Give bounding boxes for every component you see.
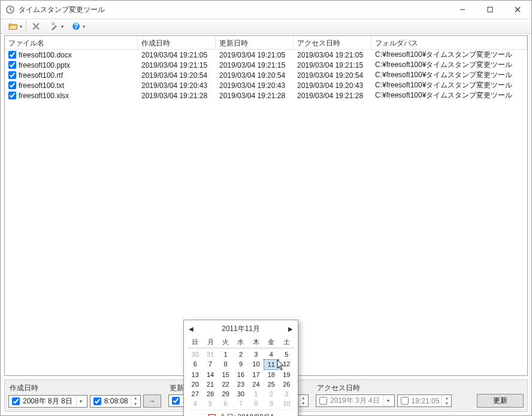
table-row[interactable]: freesoft100.docx2019/03/04 19:21:052019/…: [5, 50, 527, 60]
cell-modified: 2019/03/04 19:21:28: [216, 92, 294, 100]
col-accessed[interactable]: アクセス日時: [294, 36, 371, 49]
cal-day[interactable]: 30: [233, 389, 248, 399]
row-check[interactable]: [8, 71, 16, 79]
cal-day[interactable]: 15: [218, 370, 233, 379]
cal-day[interactable]: 9: [264, 399, 279, 408]
cal-day[interactable]: 23: [233, 379, 248, 389]
cell-accessed: 2019/03/04 19:21:05: [294, 51, 371, 59]
cal-day[interactable]: 18: [264, 370, 279, 379]
created-date-check[interactable]: [12, 397, 20, 405]
cal-day[interactable]: 10: [279, 399, 294, 408]
cal-day[interactable]: 10: [249, 359, 264, 370]
cell-modified: 2019/03/04 19:21:15: [216, 61, 294, 69]
help-button[interactable]: ?: [66, 20, 86, 33]
accessed-date-dropdown[interactable]: ▾: [383, 395, 393, 406]
cal-day[interactable]: 3: [279, 389, 294, 399]
list-header: ファイル名 作成日時 更新日時 アクセス日時 フォルダパス: [5, 36, 527, 50]
created-time-picker[interactable]: 8:08:08 ▲▼: [90, 395, 141, 408]
cal-day[interactable]: 25: [264, 379, 279, 389]
cal-next-month[interactable]: ▶: [288, 326, 293, 332]
cal-day[interactable]: 28: [202, 389, 217, 399]
cal-day[interactable]: 27: [188, 389, 202, 399]
cell-modified: 2019/03/04 19:21:05: [216, 51, 294, 59]
cal-prev-month[interactable]: ◀: [189, 326, 194, 332]
close-button[interactable]: [504, 1, 531, 19]
update-button[interactable]: 更新: [477, 394, 524, 408]
accessed-date-picker[interactable]: 2019年 3月 4日 ▾: [316, 394, 395, 407]
created-time-spinner[interactable]: ▲▼: [131, 396, 140, 407]
cal-day[interactable]: 2: [233, 350, 248, 359]
cell-modified: 2019/03/04 19:20:54: [216, 71, 294, 80]
cal-month-label[interactable]: 2011年11月: [222, 324, 260, 334]
col-folder[interactable]: フォルダパス: [371, 36, 527, 49]
cell-folder: C:¥freesoft100¥タイムスタンプ変更ツール: [371, 90, 527, 101]
created-time-check[interactable]: [93, 397, 101, 405]
cal-day[interactable]: 14: [202, 370, 217, 379]
cal-day[interactable]: 17: [249, 370, 264, 379]
cal-day[interactable]: 2: [264, 389, 279, 399]
settings-button[interactable]: [44, 20, 65, 33]
copy-right-button[interactable]: →: [143, 394, 161, 408]
cal-day[interactable]: 3: [249, 350, 264, 359]
cell-created: 2019/03/04 19:21:05: [138, 51, 216, 59]
cal-day[interactable]: 24: [249, 379, 264, 389]
calendar-popup[interactable]: ◀ 2011年11月 ▶ 日月火水木金土30311234567891011121…: [183, 320, 298, 416]
row-check[interactable]: [8, 61, 16, 69]
cell-accessed: 2019/03/04 19:20:54: [294, 71, 371, 80]
cal-day[interactable]: 6: [188, 359, 202, 370]
cal-day[interactable]: 19: [279, 370, 294, 379]
accessed-date-check[interactable]: [319, 397, 327, 405]
cal-day[interactable]: 22: [218, 379, 233, 389]
created-date-picker[interactable]: 2008年 8月 8日 ▾: [8, 395, 87, 408]
app-icon: [5, 5, 15, 14]
modified-time-spinner[interactable]: ▲▼: [298, 395, 308, 406]
accessed-time-check[interactable]: [401, 397, 409, 405]
delete-button[interactable]: [29, 20, 43, 33]
col-created[interactable]: 作成日時: [138, 36, 216, 49]
open-folder-button[interactable]: [3, 20, 23, 33]
cal-day[interactable]: 26: [279, 379, 294, 389]
col-modified[interactable]: 更新日時: [216, 36, 294, 49]
cal-day[interactable]: 13: [188, 370, 202, 379]
accessed-time-spinner[interactable]: ▲▼: [442, 395, 451, 406]
calendar-grid: 日月火水木金土303112345678910111213141516171819…: [184, 336, 298, 408]
cal-day[interactable]: 4: [264, 350, 279, 359]
cal-day[interactable]: 8: [249, 399, 264, 408]
cal-day[interactable]: 12: [279, 359, 294, 370]
accessed-time-picker[interactable]: 19:21:05 ▲▼: [397, 394, 452, 407]
table-row[interactable]: freesoft100.txt2019/03/04 19:20:432019/0…: [5, 80, 527, 90]
row-check[interactable]: [8, 81, 16, 89]
modified-date-check[interactable]: [172, 397, 180, 405]
cal-day[interactable]: 8: [218, 359, 233, 370]
cal-day[interactable]: 9: [233, 359, 248, 370]
cell-created: 2019/03/04 19:20:54: [138, 71, 216, 80]
cal-day[interactable]: 7: [202, 359, 217, 370]
cal-day[interactable]: 5: [202, 399, 217, 408]
cal-day[interactable]: 30: [188, 350, 202, 359]
row-check[interactable]: [8, 51, 16, 59]
cal-day[interactable]: 11: [264, 359, 279, 370]
table-row[interactable]: freesoft100.xlsx2019/03/04 19:21:282019/…: [5, 90, 527, 101]
cal-day[interactable]: 4: [188, 399, 202, 408]
svg-rect-2: [488, 7, 492, 12]
cal-day[interactable]: 20: [188, 379, 202, 389]
cal-day[interactable]: 21: [202, 379, 217, 389]
created-date-dropdown[interactable]: ▾: [76, 396, 86, 407]
titlebar: タイムスタンプ変更ツール: [1, 1, 531, 19]
cal-day[interactable]: 16: [233, 370, 248, 379]
cal-day[interactable]: 29: [218, 389, 233, 399]
table-row[interactable]: freesoft100.pptx2019/03/04 19:21:152019/…: [5, 60, 527, 70]
cal-today-link[interactable]: 今日: 2019/03/04: [188, 409, 294, 416]
cal-day[interactable]: 7: [233, 399, 248, 408]
cal-day[interactable]: 1: [218, 350, 233, 359]
cal-day[interactable]: 1: [249, 389, 264, 399]
maximize-button[interactable]: [476, 1, 504, 19]
minimize-button[interactable]: [449, 1, 476, 19]
file-name: freesoft100.xlsx: [19, 92, 69, 100]
row-check[interactable]: [8, 92, 16, 99]
cal-day[interactable]: 31: [202, 350, 217, 359]
cal-day[interactable]: 5: [279, 350, 294, 359]
col-filename[interactable]: ファイル名: [5, 36, 138, 49]
cal-day[interactable]: 6: [218, 399, 233, 408]
table-row[interactable]: freesoft100.rtf2019/03/04 19:20:542019/0…: [5, 70, 527, 80]
